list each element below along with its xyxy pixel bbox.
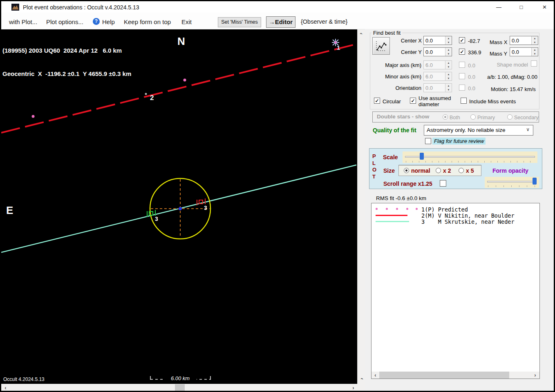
plot-hscrollbar[interactable]: ‹ › bbox=[1, 384, 365, 391]
major-axis-label: Major axis (km) bbox=[380, 62, 421, 68]
legend-symbol-predicted bbox=[375, 207, 420, 212]
scale-slider-ticks bbox=[406, 161, 534, 163]
scale-label: Scale bbox=[383, 154, 398, 160]
center-y-label: Center Y bbox=[392, 49, 422, 55]
find-best-fit-label: Find best fit bbox=[371, 30, 402, 36]
menu-exit[interactable]: Exit bbox=[181, 18, 192, 25]
fit-orientation-checkbox bbox=[459, 85, 465, 91]
scale-slider[interactable] bbox=[403, 151, 537, 163]
size-normal-label: normal bbox=[411, 167, 430, 174]
size-label: Size bbox=[383, 167, 395, 174]
fit-y-checkbox[interactable]: ✓ bbox=[459, 49, 465, 55]
title-bar: Plot event observations : Occult v.4.202… bbox=[1, 1, 554, 13]
spin-up-icon: ▲ bbox=[445, 61, 452, 65]
menu-plot-options[interactable]: Plot options... bbox=[46, 18, 83, 25]
flag-review-label: Flag for future review bbox=[432, 138, 486, 145]
double-primary-radio bbox=[470, 114, 476, 120]
center-x-spinner[interactable]: ▲▼ bbox=[445, 36, 452, 45]
legend-hscroll-thumb[interactable] bbox=[379, 372, 509, 379]
legend-hscrollbar[interactable]: ‹ › bbox=[371, 372, 539, 379]
fit-minor-value: 0.0 bbox=[468, 74, 475, 80]
size-x2-label: x 2 bbox=[443, 167, 451, 174]
plot-letter-o: O bbox=[372, 167, 376, 173]
find-best-fit-button[interactable] bbox=[372, 37, 390, 55]
window-border bbox=[0, 0, 1, 392]
hscroll-thumb[interactable] bbox=[175, 384, 185, 391]
size-x5-radio[interactable] bbox=[459, 168, 464, 173]
legend-listbox[interactable]: 1(P) Predicted 2(M) V Nikitin, near Boul… bbox=[371, 203, 540, 379]
include-miss-checkbox[interactable] bbox=[461, 98, 467, 104]
use-assumed-checkbox[interactable]: ✓ bbox=[410, 98, 416, 104]
window-title: Plot event observations : Occult v.4.202… bbox=[23, 4, 139, 11]
legend-row[interactable]: 2(M) V Nikitin, near Boulder bbox=[421, 212, 515, 219]
orientation-label: Orientation bbox=[380, 85, 421, 91]
flag-review-checkbox[interactable] bbox=[425, 138, 431, 144]
orientation-input: 0.0 ▲▼ bbox=[423, 83, 452, 92]
plot-letter-p: P bbox=[372, 153, 376, 159]
legend-symbol-chord2 bbox=[376, 215, 407, 216]
menu-keep-on-top[interactable]: Keep form on top bbox=[124, 18, 171, 25]
form-opacity-label: Form opacity bbox=[492, 167, 528, 174]
spin-up-icon: ▲ bbox=[445, 36, 452, 40]
form-opacity-slider[interactable] bbox=[485, 177, 539, 188]
center-y-spinner[interactable]: ▲▼ bbox=[445, 48, 452, 56]
form-opacity-thumb[interactable] bbox=[533, 178, 537, 185]
circular-checkbox[interactable]: ✓ bbox=[374, 98, 380, 104]
scroll-right-icon[interactable]: › bbox=[350, 384, 357, 391]
plot-vscrollbar[interactable]: ‹ › bbox=[357, 29, 365, 384]
app-icon bbox=[11, 4, 19, 11]
scroll-left-icon[interactable]: ‹ bbox=[372, 372, 379, 379]
scale-slider-track[interactable] bbox=[405, 156, 535, 158]
ab-dmag-label: a/b: 1.00, dMag: 0.00 bbox=[487, 74, 537, 80]
form-opacity-track[interactable] bbox=[487, 181, 537, 183]
fit-x-checkbox[interactable]: ✓ bbox=[459, 37, 465, 43]
spin-up-icon: ▲ bbox=[445, 84, 452, 88]
check-icon: ✓ bbox=[411, 98, 415, 103]
center-y-input[interactable]: 0.0 ▲▼ bbox=[423, 47, 452, 56]
check-icon: ✓ bbox=[460, 49, 464, 54]
maximize-button[interactable]: □ bbox=[512, 1, 530, 13]
legend-row[interactable]: 3 M Skrutskie, near Neder bbox=[421, 218, 515, 225]
predicted-star-center bbox=[335, 42, 337, 44]
spin-down-icon: ▼ bbox=[445, 88, 452, 92]
plot-title: (189955) 2003 UQ60 2024 Apr 12 6.0 km Ge… bbox=[2, 31, 131, 93]
close-button[interactable]: ✕ bbox=[535, 1, 554, 13]
scroll-right-icon[interactable]: › bbox=[532, 372, 539, 379]
shape-model-label: Shape model bbox=[490, 62, 528, 68]
scroll-left-icon[interactable]: ‹ bbox=[2, 384, 9, 391]
set-miss-times-button[interactable]: Set 'Miss' Times bbox=[218, 17, 261, 27]
menu-with-plot[interactable]: with Plot... bbox=[9, 18, 37, 25]
spin-down-icon: ▼ bbox=[445, 76, 452, 80]
scale-slider-thumb[interactable] bbox=[420, 153, 424, 160]
mass-x-input[interactable]: 0.0 ▲▼ bbox=[510, 36, 538, 45]
fit-x-value: -82.7 bbox=[468, 38, 480, 44]
include-miss-label: Include Miss events bbox=[469, 98, 516, 105]
plot-title-line1: (189955) 2003 UQ60 2024 Apr 12 6.0 km bbox=[2, 47, 131, 54]
center-x-input[interactable]: 0.0 ▲▼ bbox=[423, 36, 452, 45]
double-primary-label: Primary bbox=[477, 115, 495, 120]
minimize-button[interactable]: — bbox=[490, 1, 508, 13]
plot-letter-l: L bbox=[372, 160, 376, 166]
mass-y-spinner[interactable]: ▲▼ bbox=[531, 48, 538, 56]
scroll-range-checkbox[interactable] bbox=[440, 180, 446, 187]
predicted-dot bbox=[32, 115, 35, 118]
quality-value: Astrometry only. No reliable size bbox=[427, 127, 506, 133]
menu-help[interactable]: Help bbox=[102, 18, 115, 25]
size-normal-radio[interactable] bbox=[404, 168, 409, 173]
center-x-label: Center X bbox=[392, 38, 422, 44]
spin-down-icon: ▼ bbox=[532, 40, 538, 45]
legend-row[interactable]: 1(P) Predicted bbox=[421, 206, 468, 213]
scale-bar-label: 6.00 km bbox=[164, 375, 197, 381]
spin-up-icon: ▲ bbox=[532, 48, 538, 52]
spin-down-icon: ▼ bbox=[532, 52, 538, 56]
quality-select[interactable]: Astrometry only. No reliable size ∨ bbox=[424, 125, 533, 136]
mass-x-spinner[interactable]: ▲▼ bbox=[531, 36, 538, 45]
scroll-down-icon[interactable]: › bbox=[358, 375, 365, 382]
size-x2-radio[interactable] bbox=[436, 168, 441, 173]
editor-button[interactable]: →Editor bbox=[266, 16, 295, 28]
scroll-up-icon[interactable]: ‹ bbox=[358, 30, 365, 37]
help-icon[interactable]: ? bbox=[93, 18, 100, 25]
mass-y-input[interactable]: 0.0 ▲▼ bbox=[510, 47, 538, 56]
rms-fit-label: RMS fit -0.6 ±0.0 km bbox=[376, 195, 426, 201]
circular-label: Circular bbox=[383, 98, 401, 105]
